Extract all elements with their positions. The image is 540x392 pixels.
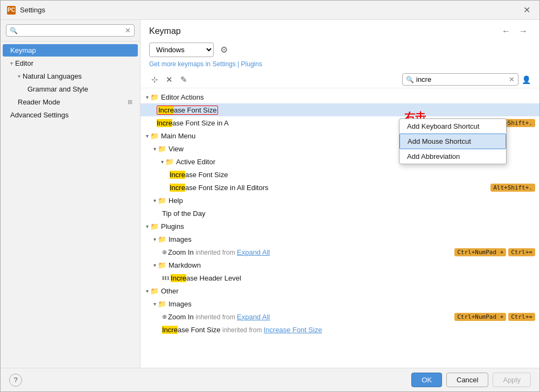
apply-button: Apply (493, 373, 531, 387)
help-button[interactable]: ? (9, 374, 22, 387)
sidebar-item-keymap[interactable]: Keymap (3, 44, 138, 57)
expand-arrow-icon: ▾ (10, 60, 13, 66)
tree-row[interactable]: ▾ 📁 Editor Actions (141, 90, 539, 103)
header-nav: ← → (499, 25, 531, 37)
expand-arrow-icon: ▾ (151, 301, 158, 307)
folder-icon: 📁 (158, 197, 166, 205)
tree-row[interactable]: ⊕ Zoom In inherited from Expand All Ctrl… (141, 246, 539, 258)
expand-arrow-icon: ▾ (159, 159, 165, 165)
tree-row[interactable]: Increase Font Size inherited from Increa… (141, 323, 539, 336)
keymap-controls: Windows ⚙ (141, 39, 539, 60)
clear-search-icon[interactable]: ✕ (509, 75, 515, 83)
tree-row[interactable]: ▾ 📁 Images (141, 233, 539, 246)
increase-font-size-label: Increase Font Size (157, 106, 218, 115)
folder-icon: 📁 (150, 93, 159, 101)
sidebar-item-reader-mode[interactable]: Reader Mode ⊞ (3, 96, 138, 108)
tree-row[interactable]: Increase Font Size 右击 Add Keyboard Short… (141, 103, 539, 116)
row-label: Other (161, 287, 535, 295)
cancel-button[interactable]: Cancel (446, 373, 488, 387)
expand-all-button[interactable]: ⊹ (149, 74, 160, 86)
folder-icon: 📁 (150, 222, 159, 230)
add-mouse-shortcut-menu-item[interactable]: Add Mouse Shortcut (399, 134, 506, 149)
sidebar-item-grammar-style[interactable]: Grammar and Style (3, 83, 138, 95)
edit-button[interactable]: ✎ (178, 74, 190, 86)
row-label: Increase Font Size (157, 106, 535, 114)
tree-row[interactable]: ▾ 📁 Images (141, 297, 539, 310)
tree-row[interactable]: ▾ 📁 Markdown (141, 258, 539, 271)
expand-arrow-icon: ▾ (18, 73, 20, 79)
keymap-link-bar: Get more keymaps in Settings | Plugins (141, 60, 539, 71)
sidebar-search-box: 🔍 incre ✕ (1, 20, 140, 41)
sidebar-search-wrap[interactable]: 🔍 incre ✕ (6, 24, 135, 37)
folder-icon: 📁 (158, 300, 166, 308)
sidebar-item-label: Keymap (10, 46, 36, 54)
keymap-search-input[interactable] (416, 75, 507, 83)
person-icon[interactable]: 👤 (522, 75, 531, 84)
row-shortcuts: Ctrl+NumPad + Ctrl+= (454, 313, 535, 321)
shortcut-badge: Ctrl+= (508, 313, 535, 321)
title-bar: PC Settings ✕ (1, 1, 539, 20)
tree-row[interactable]: Increase Font Size (141, 168, 539, 181)
menu-item-label: Add Keyboard Shortcut (407, 122, 479, 130)
shortcut-badge: Ctrl+NumPad + (454, 313, 506, 321)
header-icon: H1 (162, 275, 170, 281)
folder-icon: 📁 (158, 261, 166, 269)
expand-arrow-icon: ▾ (151, 262, 158, 268)
app-icon: PC (7, 6, 16, 15)
ok-button[interactable]: OK (411, 373, 442, 387)
tree-row[interactable]: ⊕ Zoom In inherited from Expand All Ctrl… (141, 310, 539, 323)
tree-row[interactable]: ▾ 📁 Help (141, 194, 539, 207)
dialog-body: 🔍 incre ✕ Keymap ▾ Editor ▾ Natura (1, 20, 539, 368)
page-title: Keymap (149, 26, 181, 36)
dialog-title: Settings (20, 6, 45, 14)
keymap-gear-button[interactable]: ⚙ (218, 44, 230, 56)
sidebar: 🔍 incre ✕ Keymap ▾ Editor ▾ Natura (1, 20, 141, 368)
collapse-button[interactable]: ✕ (164, 74, 175, 86)
main-header: Keymap ← → (141, 20, 539, 39)
plugins-link[interactable]: Plugins (241, 60, 262, 68)
increase-font-size-link[interactable]: Increase Font Size (264, 326, 322, 334)
expand-all-link[interactable]: Expand All (237, 313, 270, 321)
sidebar-item-label: Editor (15, 59, 33, 67)
row-label: Help (169, 197, 535, 205)
close-button[interactable]: ✕ (520, 4, 533, 17)
tree-row[interactable]: H1 Increase Header Level (141, 271, 539, 284)
sidebar-item-label: Reader Mode (18, 98, 60, 106)
menu-item-label: Add Mouse Shortcut (408, 137, 471, 145)
reader-mode-icon: ⊞ (128, 99, 132, 106)
row-label: Increase Font Size in All Editors (170, 184, 490, 192)
zoom-icon: ⊕ (162, 249, 167, 256)
sidebar-item-editor[interactable]: ▾ Editor (3, 57, 138, 69)
context-menu: Add Keyboard Shortcut Add Mouse Shortcut… (399, 118, 507, 164)
clear-icon[interactable]: ✕ (125, 26, 131, 34)
tree-row[interactable]: ▾ 📁 Plugins (141, 220, 539, 233)
add-keyboard-shortcut-menu-item[interactable]: Add Keyboard Shortcut (399, 119, 506, 134)
nav-forward-button[interactable]: → (516, 25, 531, 37)
expand-arrow-icon: ▾ (151, 236, 158, 242)
row-label: Increase Header Level (171, 274, 535, 282)
expand-arrow-icon: ▾ (144, 94, 150, 100)
tree-row[interactable]: ▾ 📁 Other (141, 284, 539, 297)
sidebar-item-advanced-settings[interactable]: Advanced Settings (3, 109, 138, 121)
expand-arrow-icon: ▾ (144, 223, 150, 229)
expand-all-link[interactable]: Expand All (237, 248, 270, 256)
sidebar-item-natural-languages[interactable]: ▾ Natural Languages (3, 70, 138, 82)
tree-row[interactable]: Increase Font Size in All Editors Alt+Sh… (141, 181, 539, 194)
keymap-search-wrap[interactable]: 🔍 ✕ (402, 73, 518, 86)
row-shortcuts: Ctrl+NumPad + Ctrl+= (454, 248, 535, 256)
keymap-select[interactable]: Windows (149, 43, 214, 57)
search-icon: 🔍 (406, 76, 414, 83)
row-label: Editor Actions (161, 93, 535, 101)
row-shortcuts: Alt+Shift+. (490, 184, 535, 192)
sidebar-search-input[interactable]: incre (20, 26, 123, 34)
row-label: Increase Font Size (170, 171, 535, 179)
add-abbreviation-menu-item[interactable]: Add Abbreviation (399, 149, 506, 164)
row-label: Images (169, 235, 535, 243)
folder-icon: 📁 (158, 145, 166, 153)
search-icon: 🔍 (10, 27, 18, 34)
nav-back-button[interactable]: ← (499, 25, 514, 37)
expand-arrow-icon: ▾ (151, 198, 158, 204)
folder-icon: 📁 (158, 235, 166, 243)
get-more-keymaps-link[interactable]: Get more keymaps in Settings (149, 60, 236, 68)
tree-row[interactable]: Tip of the Day (141, 207, 539, 220)
